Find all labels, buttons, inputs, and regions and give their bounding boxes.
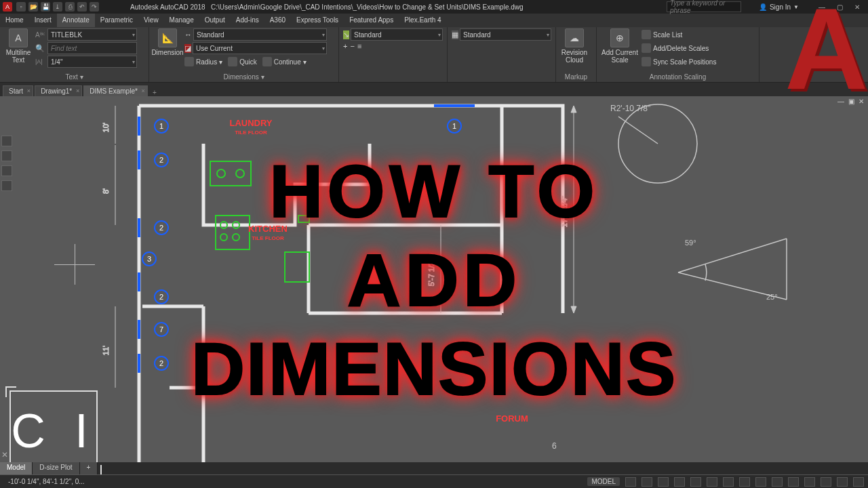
- find-text-input[interactable]: Find text: [47, 42, 137, 54]
- dim-panel-label[interactable]: Dimensions ▾: [153, 73, 334, 82]
- scale-list-icon: [642, 30, 651, 39]
- revision-cloud-button[interactable]: ☁ Revision Cloud: [560, 28, 589, 64]
- scale-list-button[interactable]: Scale List: [642, 28, 716, 41]
- dim-style-icon[interactable]: ↔: [184, 30, 192, 39]
- ribbon-tab-annotate[interactable]: Annotate: [57, 14, 95, 27]
- close-tab-icon[interactable]: ×: [27, 87, 31, 94]
- otrack-toggle-icon[interactable]: [707, 477, 717, 487]
- align-leader-icon[interactable]: ≡: [357, 42, 361, 50]
- nav-orbit-icon[interactable]: [1, 180, 12, 191]
- dimensions-panel: 📐 Dimension ↔ Standard ◪ Use Current Rad…: [149, 27, 339, 82]
- svg-text:17'-3 1/4": 17'-3 1/4": [560, 196, 568, 227]
- save-as-icon[interactable]: ⤓: [53, 2, 62, 12]
- snap-toggle-icon[interactable]: [642, 477, 652, 487]
- svg-text:5'-7 1/2": 5'-7 1/2": [427, 259, 435, 286]
- ribbon-tab-view[interactable]: View: [138, 14, 164, 27]
- doc-tab[interactable]: Drawing1*×: [35, 85, 82, 96]
- app-name: Autodesk AutoCAD 2018: [130, 3, 205, 11]
- lineweight-toggle-icon[interactable]: [723, 477, 734, 487]
- osnap-toggle-icon[interactable]: [690, 477, 701, 487]
- isolate-objects-icon[interactable]: [804, 477, 815, 487]
- open-icon[interactable]: 📂: [28, 2, 38, 12]
- svg-text:FORUM: FORUM: [496, 413, 528, 424]
- add-drawing-button[interactable]: +: [149, 89, 160, 96]
- close-button[interactable]: ✕: [849, 3, 865, 11]
- save-icon[interactable]: 💾: [41, 2, 50, 12]
- remove-leader-icon[interactable]: −: [350, 42, 354, 50]
- nav-home-icon[interactable]: [1, 136, 12, 146]
- dim-layer-icon[interactable]: ◪: [184, 44, 191, 53]
- maximize-button[interactable]: ▢: [831, 3, 848, 11]
- customization-icon[interactable]: [853, 477, 864, 487]
- new-icon[interactable]: ▫: [16, 2, 26, 12]
- table-icon[interactable]: ▦: [452, 30, 458, 39]
- plot-icon[interactable]: ⎙: [65, 2, 75, 12]
- undo-icon[interactable]: ↶: [77, 2, 87, 12]
- model-space-button[interactable]: MODEL: [587, 477, 620, 486]
- ribbon-tab-manage[interactable]: Manage: [164, 14, 199, 27]
- svg-text:3: 3: [147, 255, 151, 263]
- dim-style-combo[interactable]: Standard: [193, 28, 327, 41]
- user-icon: 👤: [759, 3, 767, 11]
- continue-dim-button[interactable]: Continue▾: [262, 56, 307, 68]
- command-line-close-icon[interactable]: ✕: [1, 450, 8, 460]
- app-menu-icon[interactable]: A: [3, 2, 12, 12]
- model-minimize-icon[interactable]: —: [837, 98, 844, 105]
- height-icon: |A|: [35, 58, 46, 65]
- svg-text:R2'-10 7/8": R2'-10 7/8": [610, 104, 650, 113]
- leader-style-combo[interactable]: Standard: [351, 28, 443, 41]
- text-panel-label[interactable]: Text ▾: [4, 73, 144, 82]
- signin-button[interactable]: 👤 Sign In ▼: [759, 3, 799, 11]
- ribbon-tab-a360[interactable]: A360: [264, 14, 291, 27]
- add-delete-scales-button[interactable]: Add/Delete Scales: [642, 42, 716, 54]
- redo-icon[interactable]: ↷: [90, 2, 99, 12]
- text-height-combo[interactable]: 1/4": [47, 56, 137, 68]
- layout-tab-model[interactable]: Model: [0, 462, 33, 474]
- sync-scale-button[interactable]: Sync Scale Positions: [642, 56, 716, 68]
- search-input[interactable]: Type a keyword or phrase: [667, 1, 741, 12]
- ribbon-tab-insert[interactable]: Insert: [29, 14, 57, 27]
- ribbon-tab-parametric[interactable]: Parametric: [95, 14, 138, 27]
- radius-button[interactable]: Radius▾: [184, 56, 222, 68]
- annotation-monitor-icon[interactable]: [788, 477, 799, 487]
- model-close-icon[interactable]: ✕: [859, 98, 864, 105]
- model-restore-icon[interactable]: ▣: [848, 98, 854, 105]
- drawing-canvas[interactable]: — ▣ ✕ LAUNDRY: [0, 96, 868, 462]
- document-tabs: Start×Drawing1*×DIMS Example*×+: [0, 83, 868, 96]
- dimension-button[interactable]: 📐 Dimension: [153, 28, 182, 56]
- nav-pan-icon[interactable]: [1, 165, 12, 176]
- minimize-button[interactable]: —: [814, 3, 830, 11]
- leader-icon[interactable]: ↘: [343, 30, 349, 39]
- ribbon-tab-add-ins[interactable]: Add-ins: [231, 14, 264, 27]
- hardware-accel-icon[interactable]: [821, 477, 831, 487]
- ribbon-tab-home[interactable]: Home: [0, 14, 29, 27]
- add-current-scale-button[interactable]: ⊕ Add Current Scale: [601, 28, 639, 64]
- grid-toggle-icon[interactable]: [625, 477, 636, 487]
- status-bar: -10'-0 1/4", 84'-1 1/2", 0... MODEL: [0, 474, 868, 488]
- dim-layer-combo[interactable]: Use Current: [193, 42, 327, 54]
- close-tab-icon[interactable]: ×: [142, 87, 145, 94]
- table-style-combo[interactable]: Standard: [460, 28, 551, 41]
- svg-text:6: 6: [552, 441, 557, 451]
- text-style-combo[interactable]: TITLEBLK: [47, 28, 137, 41]
- ribbon-tab-plex-earth-4[interactable]: Plex.Earth 4: [399, 14, 446, 27]
- doc-tab[interactable]: DIMS Example*×: [83, 85, 148, 96]
- nav-wheel-icon[interactable]: [1, 150, 12, 161]
- transparency-toggle-icon[interactable]: [739, 477, 750, 487]
- doc-tab[interactable]: Start×: [3, 85, 33, 96]
- add-leader-icon[interactable]: +: [343, 42, 347, 50]
- close-tab-icon[interactable]: ×: [76, 87, 79, 94]
- ribbon-tab-output[interactable]: Output: [199, 14, 231, 27]
- annotation-scale-icon[interactable]: [755, 477, 766, 487]
- workspace-switch-icon[interactable]: [772, 477, 783, 487]
- polar-toggle-icon[interactable]: [674, 477, 685, 487]
- quick-dim-button[interactable]: Quick: [228, 56, 257, 68]
- add-layout-button[interactable]: +: [80, 462, 98, 474]
- ribbon-tab-express-tools[interactable]: Express Tools: [291, 14, 344, 27]
- ribbon-tab-featured-apps[interactable]: Featured Apps: [344, 14, 399, 27]
- ortho-toggle-icon[interactable]: [658, 477, 669, 487]
- layout-tab-d-size-plot[interactable]: D-size Plot: [33, 462, 79, 474]
- clean-screen-icon[interactable]: [837, 477, 848, 487]
- multiline-text-button[interactable]: A Multiline Text: [4, 28, 33, 64]
- markup-panel-label: Markup: [560, 73, 592, 82]
